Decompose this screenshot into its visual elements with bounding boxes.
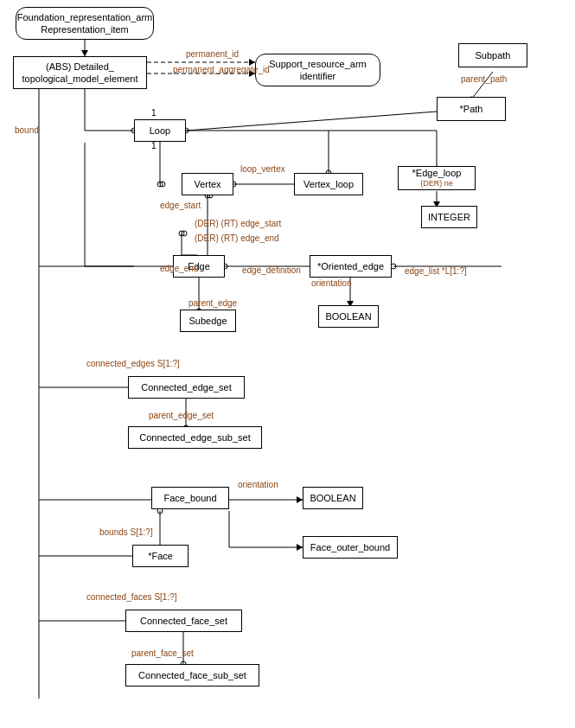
label-edge-list: edge_list *L[1:?] xyxy=(405,266,467,276)
subpath-box: Subpath xyxy=(458,43,527,67)
face-bound-label: Face_bound xyxy=(163,492,216,504)
label-orientation2: orientation xyxy=(238,480,278,489)
loop-label: Loop xyxy=(150,125,170,137)
support-resource-box: Support_resource_arm identifier xyxy=(255,54,380,86)
svg-marker-53 xyxy=(297,544,303,551)
label-der-rt-edge-start: (DER) (RT) edge_start xyxy=(195,219,281,228)
vertex-loop-label: Vertex_loop xyxy=(303,178,354,190)
edge-loop-box: *Edge_loop (DER) ne xyxy=(398,166,476,190)
connected-edge-sub-set-box: Connected_edge_sub_set xyxy=(128,426,262,449)
label-parent-edge: parent_edge xyxy=(188,298,237,308)
svg-point-31 xyxy=(179,231,184,236)
label-connected-edges: connected_edges S[1:?] xyxy=(86,359,180,368)
support-label2: identifier xyxy=(300,70,336,82)
foundation-label: Foundation_representation_arm xyxy=(17,11,153,23)
subedge-box: Subedge xyxy=(180,310,236,332)
integer-label: INTEGER xyxy=(428,211,470,223)
connected-face-sub-set-box: Connected_face_sub_set xyxy=(125,664,259,686)
label-parent-path: parent_path xyxy=(461,74,507,84)
label-1b: 1 xyxy=(151,141,157,150)
connected-face-set-box: Connected_face_set xyxy=(125,610,242,632)
label-permanent-id: permanent_id xyxy=(186,49,239,59)
svg-line-11 xyxy=(186,112,437,131)
face-box: *Face xyxy=(132,545,188,567)
diagram-container: Foundation_representation_arm Representa… xyxy=(0,0,575,728)
vertex-box: Vertex xyxy=(182,173,233,195)
label-edge-start: edge_start xyxy=(160,201,201,210)
integer-box: INTEGER xyxy=(421,206,477,228)
foundation-label2: Representation_item xyxy=(41,23,129,35)
label-der-rt-edge-end: (DER) (RT) edge_end xyxy=(195,233,279,243)
path-box: *Path xyxy=(437,97,506,121)
label-bound: bound xyxy=(15,125,39,135)
boolean1-label: BOOLEAN xyxy=(325,310,371,322)
vertex-loop-box: Vertex_loop xyxy=(294,173,363,195)
svg-marker-1 xyxy=(81,50,88,56)
label-1a: 1 xyxy=(151,108,157,118)
connected-edge-sub-set-label: Connected_edge_sub_set xyxy=(139,431,250,444)
face-bound-box: Face_bound xyxy=(151,487,229,509)
abs-label2: topological_model_element xyxy=(22,73,138,85)
oriented-edge-box: *Oriented_edge xyxy=(310,255,392,278)
face-label: *Face xyxy=(148,550,173,562)
connected-face-set-label: Connected_face_set xyxy=(140,615,227,627)
foundation-box: Foundation_representation_arm Representa… xyxy=(16,7,154,40)
path-label: *Path xyxy=(460,103,483,115)
label-parent-edge-set: parent_edge_set xyxy=(149,411,214,420)
boolean2-box: BOOLEAN xyxy=(303,487,363,509)
boolean2-label: BOOLEAN xyxy=(310,492,355,504)
face-outer-bound-label: Face_outer_bound xyxy=(310,541,390,553)
connected-face-sub-set-label: Connected_face_sub_set xyxy=(138,669,246,681)
label-loop-vertex: loop_vertex xyxy=(240,164,285,174)
label-connected-faces: connected_faces S[1:?] xyxy=(86,592,177,602)
label-bounds: bounds S[1:?] xyxy=(99,527,153,537)
edge-loop-label2: (DER) ne xyxy=(420,179,453,189)
label-edge-end: edge_end xyxy=(160,264,199,273)
label-edge-definition: edge_definition xyxy=(242,265,301,275)
label-parent-face-set: parent_face_set xyxy=(131,648,194,658)
subedge-label: Subedge xyxy=(188,315,227,327)
boolean1-box: BOOLEAN xyxy=(318,305,379,328)
loop-box: Loop xyxy=(134,119,186,142)
svg-point-15 xyxy=(160,182,165,187)
connected-edge-set-box: Connected_edge_set xyxy=(128,376,245,399)
support-label1: Support_resource_arm xyxy=(269,58,367,70)
edge-loop-label1: *Edge_loop xyxy=(412,167,462,179)
svg-point-14 xyxy=(157,182,163,187)
label-permanent-aggregate-id: permanent_aggregate_id xyxy=(173,65,270,74)
abs-label1: (ABS) Detailed_ xyxy=(46,61,114,73)
svg-marker-50 xyxy=(297,496,303,503)
oriented-edge-label: *Oriented_edge xyxy=(317,260,384,272)
label-orientation1: orientation xyxy=(311,278,352,288)
svg-point-32 xyxy=(182,231,187,236)
subpath-label: Subpath xyxy=(476,49,511,61)
face-outer-bound-box: Face_outer_bound xyxy=(303,536,398,559)
connected-edge-set-label: Connected_edge_set xyxy=(141,381,232,393)
abs-detailed-box: (ABS) Detailed_ topological_model_elemen… xyxy=(13,56,147,89)
vertex-label: Vertex xyxy=(194,178,220,190)
